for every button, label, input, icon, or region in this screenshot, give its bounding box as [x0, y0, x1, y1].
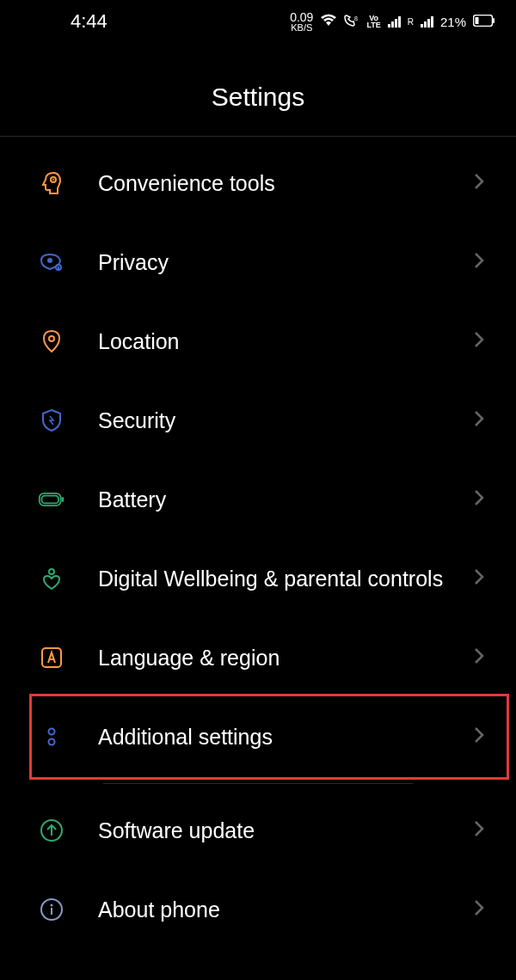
- signal-bars-1: [388, 16, 401, 28]
- item-label: Battery: [98, 486, 459, 514]
- item-label: Additional settings: [98, 723, 459, 751]
- chevron-right-icon: [473, 726, 485, 748]
- item-software-update[interactable]: Software update: [0, 791, 516, 870]
- location-icon: [36, 326, 67, 357]
- chevron-right-icon: [473, 330, 485, 352]
- svg-point-6: [47, 258, 52, 263]
- chevron-right-icon: [473, 172, 485, 194]
- item-digital-wellbeing[interactable]: Digital Wellbeing & parental controls: [0, 539, 516, 618]
- svg-rect-3: [493, 18, 494, 23]
- svg-rect-2: [476, 17, 479, 24]
- page-title: Settings: [0, 83, 516, 112]
- svg-text:8: 8: [354, 15, 358, 21]
- chevron-right-icon: [473, 488, 485, 511]
- item-label: Software update: [98, 817, 459, 845]
- chevron-right-icon: [473, 898, 485, 921]
- language-icon: [36, 642, 67, 673]
- battery-h-icon: [36, 484, 67, 515]
- chevron-right-icon: [473, 819, 485, 842]
- status-bar: 4:44 0.09 KB/S 8 VoLTE R 21%: [0, 0, 516, 40]
- status-time: 4:44: [71, 10, 108, 33]
- svg-point-13: [49, 569, 54, 574]
- item-location[interactable]: Location: [0, 302, 516, 381]
- svg-rect-12: [62, 497, 64, 501]
- svg-point-16: [49, 739, 55, 745]
- svg-point-5: [52, 179, 54, 181]
- volte-icon: VoLTE: [366, 15, 380, 28]
- divider: [103, 783, 413, 784]
- head-icon: [36, 168, 67, 199]
- privacy-icon: [36, 247, 67, 278]
- item-privacy[interactable]: Privacy: [0, 223, 516, 302]
- chevron-right-icon: [473, 567, 485, 590]
- page-header: Settings: [0, 40, 516, 137]
- signal-bars-2: [421, 16, 433, 28]
- item-label: Language & region: [98, 644, 459, 672]
- svg-point-19: [51, 904, 53, 907]
- svg-rect-8: [58, 266, 59, 269]
- wellbeing-icon: [36, 563, 67, 594]
- roaming-label: R: [408, 17, 414, 27]
- call-icon: 8: [344, 14, 359, 30]
- svg-point-9: [49, 336, 54, 341]
- chevron-right-icon: [473, 251, 485, 273]
- item-convenience-tools[interactable]: Convenience tools: [0, 144, 516, 223]
- info-icon: [36, 894, 67, 925]
- item-battery[interactable]: Battery: [0, 460, 516, 539]
- item-label: About phone: [98, 896, 459, 924]
- update-icon: [36, 815, 67, 846]
- settings-list: Convenience tools Privacy Location Secur…: [0, 137, 516, 956]
- shield-icon: [36, 405, 67, 436]
- item-about-phone[interactable]: About phone: [0, 870, 516, 949]
- item-label: Digital Wellbeing & parental controls: [98, 565, 459, 593]
- dots-icon: [36, 721, 67, 752]
- item-label: Security: [98, 407, 459, 435]
- svg-rect-11: [41, 496, 58, 504]
- chevron-right-icon: [473, 646, 485, 669]
- item-label: Convenience tools: [98, 169, 459, 198]
- item-label: Privacy: [98, 248, 459, 277]
- item-language-region[interactable]: Language & region: [0, 618, 516, 697]
- svg-rect-20: [51, 908, 52, 915]
- item-additional-settings[interactable]: Additional settings: [0, 697, 516, 776]
- svg-point-15: [49, 729, 55, 735]
- item-label: Location: [98, 328, 459, 356]
- wifi-icon: [320, 14, 337, 30]
- item-security[interactable]: Security: [0, 381, 516, 460]
- battery-icon: [473, 15, 495, 29]
- chevron-right-icon: [473, 409, 485, 432]
- network-speed: 0.09 KB/S: [290, 11, 313, 33]
- battery-pct: 21%: [440, 15, 466, 29]
